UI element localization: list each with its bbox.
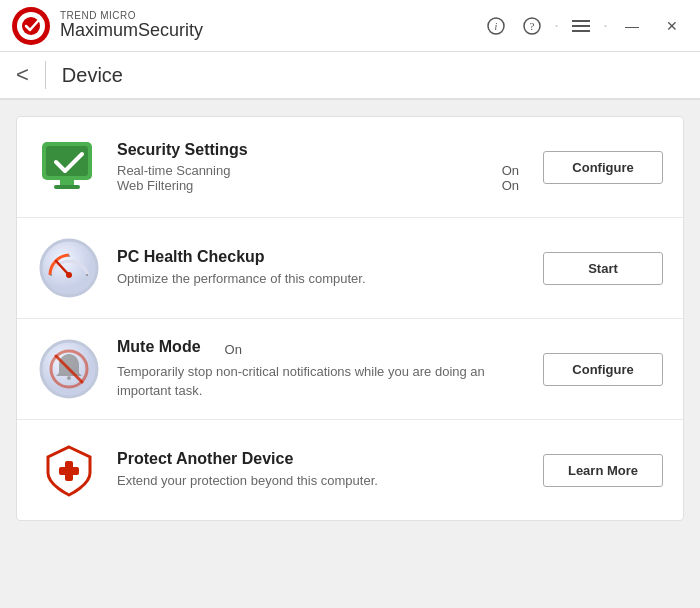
svg-rect-13 xyxy=(54,185,80,189)
page-title: Device xyxy=(62,64,123,87)
svg-point-14 xyxy=(41,240,97,296)
security-action: Configure xyxy=(543,151,663,184)
protect-subtitle: Extend your protection beyond this compu… xyxy=(117,472,519,490)
webfilter-label: Web Filtering xyxy=(117,178,193,193)
svg-text:i: i xyxy=(495,21,498,32)
health-subtitle: Optimize the performance of this compute… xyxy=(117,270,519,288)
security-title: Security Settings xyxy=(117,141,519,159)
close-button[interactable]: ✕ xyxy=(656,12,688,40)
mute-title-row: Mute Mode On xyxy=(117,338,519,360)
security-configure-button[interactable]: Configure xyxy=(543,151,663,184)
security-settings-card: Security Settings Real-time Scanning On … xyxy=(17,117,683,218)
separator: · xyxy=(554,15,559,36)
nav-divider xyxy=(45,61,46,89)
mute-icon xyxy=(37,337,101,401)
brand-text: TREND MICRO MaximumSecurity xyxy=(60,10,203,41)
protect-device-card: Protect Another Device Extend your prote… xyxy=(17,420,683,520)
protect-learn-more-button[interactable]: Learn More xyxy=(543,454,663,487)
protect-info: Protect Another Device Extend your prote… xyxy=(117,450,519,490)
health-title: PC Health Checkup xyxy=(117,248,519,266)
svg-text:?: ? xyxy=(530,20,535,32)
info-icon[interactable]: i xyxy=(482,12,510,40)
protect-action: Learn More xyxy=(543,454,663,487)
health-icon xyxy=(37,236,101,300)
protect-title: Protect Another Device xyxy=(117,450,519,468)
trend-micro-logo xyxy=(12,7,50,45)
mute-title: Mute Mode xyxy=(117,338,201,356)
titlebar-brand: TREND MICRO MaximumSecurity xyxy=(12,7,203,45)
svg-point-2 xyxy=(22,17,40,35)
mute-info: Mute Mode On Temporarily stop non-critic… xyxy=(117,338,519,399)
webfilter-value: On xyxy=(502,178,519,193)
titlebar: TREND MICRO MaximumSecurity i ? · xyxy=(0,0,700,52)
security-icon xyxy=(37,135,101,199)
health-start-button[interactable]: Start xyxy=(543,252,663,285)
navbar: < Device xyxy=(0,52,700,100)
brand-bottom: MaximumSecurity xyxy=(60,21,203,41)
content-panel: Security Settings Real-time Scanning On … xyxy=(16,116,684,521)
mute-status: On xyxy=(225,342,242,357)
svg-rect-21 xyxy=(67,376,71,380)
separator2: · xyxy=(603,15,608,36)
mute-action: Configure xyxy=(543,353,663,386)
help-icon[interactable]: ? xyxy=(518,12,546,40)
svg-rect-12 xyxy=(60,180,74,185)
minimize-button[interactable]: — xyxy=(616,12,648,40)
security-info: Security Settings Real-time Scanning On … xyxy=(117,141,519,193)
titlebar-controls: i ? · · — ✕ xyxy=(482,12,688,40)
health-info: PC Health Checkup Optimize the performan… xyxy=(117,248,519,288)
menu-icon[interactable] xyxy=(567,12,595,40)
back-button[interactable]: < xyxy=(16,62,29,88)
pc-health-card: PC Health Checkup Optimize the performan… xyxy=(17,218,683,319)
svg-point-16 xyxy=(66,272,72,278)
realtime-value: On xyxy=(502,163,519,178)
realtime-label: Real-time Scanning xyxy=(117,163,230,178)
mute-subtitle: Temporarily stop non-critical notificati… xyxy=(117,363,519,399)
protect-icon xyxy=(37,438,101,502)
mute-configure-button[interactable]: Configure xyxy=(543,353,663,386)
mute-mode-card: Mute Mode On Temporarily stop non-critic… xyxy=(17,319,683,420)
health-action: Start xyxy=(543,252,663,285)
svg-rect-25 xyxy=(59,467,79,475)
